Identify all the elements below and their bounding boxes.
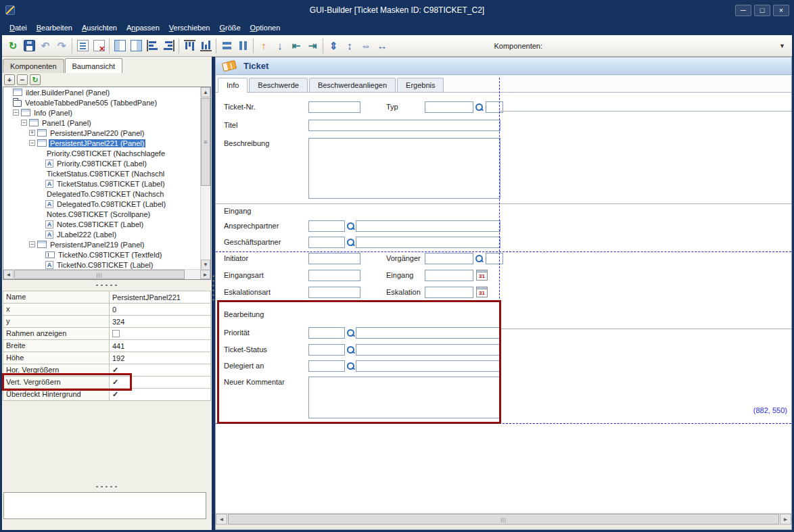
collapse-icon[interactable]: −	[21, 120, 27, 126]
scrollbar-thumb[interactable]: |||	[228, 514, 779, 525]
tree-item[interactable]: ilder.BuilderPanel (Panel)	[3, 87, 200, 97]
collapse-all-button[interactable]: −	[17, 74, 28, 85]
move-down-icon[interactable]: ↓	[272, 38, 288, 54]
align-bottom-edges-icon[interactable]	[197, 38, 214, 54]
collapse-icon[interactable]: −	[29, 140, 35, 146]
splitter-handle[interactable]	[95, 485, 119, 489]
eskalationsart-input[interactable]	[308, 287, 360, 298]
geschaeftspartner-name-input[interactable]	[356, 237, 500, 248]
eskalation-date-input[interactable]	[425, 287, 473, 298]
close-button[interactable]: ×	[773, 5, 789, 16]
scroll-down-icon[interactable]: ▼	[201, 260, 210, 270]
ticket-nr-input[interactable]	[308, 101, 360, 113]
tree-item[interactable]: Notes.C98TICKET (Scrollpane)	[3, 209, 200, 219]
tree-item[interactable]: −Info (Panel)	[3, 107, 200, 118]
komponenten-dropdown[interactable]: ▼	[542, 39, 789, 53]
move-up-icon[interactable]: ↑	[256, 38, 272, 54]
tree-item[interactable]: −Panel1 (Panel)	[3, 118, 200, 128]
lookup-icon[interactable]	[346, 222, 355, 231]
tree-item[interactable]: ATicketNo.C98TICKET (Label)	[3, 260, 200, 270]
undo-icon[interactable]: ↶	[37, 38, 53, 54]
tree-item[interactable]: TicketStatus.C98TICKET (Nachschl	[3, 168, 200, 178]
move-left-icon[interactable]: ⇤	[288, 38, 304, 54]
geschaeftspartner-id-input[interactable]	[308, 237, 345, 248]
collapse-icon[interactable]: −	[29, 241, 35, 247]
tree-item[interactable]: AJLabel222 (Label)	[3, 229, 200, 239]
lookup-icon[interactable]	[346, 238, 355, 247]
scrollbar-thumb[interactable]: ≡	[201, 98, 210, 186]
tree-item[interactable]: DelegatedTo.C98TICKET (Nachsch	[3, 189, 200, 199]
scrollbar-thumb[interactable]: |||	[14, 270, 185, 279]
form-tab-beschwerde[interactable]: Beschwerde	[249, 78, 308, 92]
form-tab-info[interactable]: Info	[218, 78, 248, 93]
align-right-edges-icon[interactable]	[160, 38, 177, 54]
initiator-input[interactable]	[308, 253, 360, 264]
tree-horizontal-scrollbar[interactable]: ◄ ||| ►	[3, 269, 210, 279]
tree-item[interactable]: −PersistentJPanel219 (Panel)	[3, 239, 200, 249]
designer-horizontal-scrollbar[interactable]: ◄ ||| ►	[216, 513, 791, 525]
grid-vertical-icon[interactable]	[235, 38, 251, 54]
titel-input[interactable]	[308, 120, 500, 131]
checkmark-icon[interactable]: ✓	[112, 391, 118, 398]
menu-item-verschieben[interactable]: Verschieben	[164, 22, 215, 34]
stretch-width-icon[interactable]: ↔	[374, 38, 390, 54]
save-icon[interactable]	[21, 38, 37, 54]
form-tab-ergebnis[interactable]: Ergebnis	[397, 78, 444, 92]
tree-item[interactable]: APriority.C98TICKET (Label)	[3, 158, 200, 168]
tree-item[interactable]: ATicketStatus.C98TICKET (Label)	[3, 178, 200, 189]
tree-item[interactable]: Priority.C98TICKET (Nachschlagefe	[3, 148, 200, 158]
menu-item-anpassen[interactable]: Anpassen	[122, 22, 164, 34]
tree-item[interactable]: TicketNo.C98TICKET (Textfeld)	[3, 249, 200, 260]
ansprechpartner-id-input[interactable]	[308, 220, 345, 232]
lookup-icon[interactable]	[475, 103, 484, 112]
move-right-icon[interactable]: ⇥	[304, 38, 321, 54]
expand-icon[interactable]: +	[29, 130, 35, 136]
calendar-icon[interactable]: 31	[476, 270, 488, 281]
tree-item[interactable]: +PersistentJPanel220 (Panel)	[3, 128, 200, 138]
tree-item[interactable]: −PersistentJPanel221 (Panel)	[3, 138, 200, 148]
typ-input[interactable]	[425, 101, 473, 113]
vorgaenger-extra-input[interactable]	[486, 253, 503, 264]
calendar-icon[interactable]: 31	[476, 287, 488, 297]
tree-item[interactable]: ANotes.C98TICKET (Label)	[3, 219, 200, 229]
menu-item-größe[interactable]: Größe	[214, 22, 245, 34]
vorgaenger-input[interactable]	[425, 253, 473, 264]
scroll-right-icon[interactable]: ►	[780, 514, 791, 525]
component-list-icon[interactable]	[74, 38, 91, 54]
scroll-up-icon[interactable]: ▲	[201, 87, 210, 97]
minimize-button[interactable]: ─	[735, 5, 751, 16]
maximize-button[interactable]: □	[754, 5, 770, 16]
scroll-right-icon[interactable]: ►	[200, 270, 210, 279]
refresh-tree-button[interactable]: ↻	[30, 74, 41, 85]
menu-item-bearbeiten[interactable]: Bearbeiten	[32, 22, 77, 34]
tree-item[interactable]: VetoableTabbedPane505 (TabbedPane)	[3, 97, 200, 107]
redo-icon[interactable]: ↷	[53, 38, 70, 54]
stretch-height-icon[interactable]: ↕	[342, 38, 358, 54]
panel-left-icon[interactable]	[112, 38, 128, 54]
refresh-icon[interactable]: ↻	[5, 38, 21, 54]
same-width-icon[interactable]: ⇔	[358, 38, 374, 54]
component-delete-icon[interactable]	[91, 38, 107, 54]
align-left-edges-icon[interactable]	[144, 38, 160, 54]
scroll-left-icon[interactable]: ◄	[3, 270, 14, 279]
lookup-icon[interactable]	[475, 254, 484, 263]
checkbox[interactable]	[112, 330, 120, 337]
same-height-icon[interactable]: ⇕	[325, 38, 342, 54]
tab-baumansicht[interactable]: Baumansicht	[65, 58, 123, 73]
tree-vertical-scrollbar[interactable]: ▲ ≡ ▼	[200, 87, 210, 270]
menu-item-datei[interactable]: Datei	[5, 22, 32, 34]
menu-item-ausrichten[interactable]: Ausrichten	[77, 22, 122, 34]
eingang-date-input[interactable]	[425, 270, 473, 281]
scroll-left-icon[interactable]: ◄	[216, 514, 227, 525]
tab-komponenten[interactable]: Komponenten	[3, 59, 64, 73]
panel-right-icon[interactable]	[128, 38, 144, 54]
splitter-handle[interactable]	[95, 283, 119, 287]
beschreibung-textarea[interactable]	[308, 138, 500, 199]
grid-horizontal-icon[interactable]	[218, 38, 235, 54]
form-tab-beschwerdeanliegen[interactable]: Beschwerdeanliegen	[309, 78, 396, 92]
tree-item[interactable]: ADelegatedTo.C98TICKET (Label)	[3, 199, 200, 209]
menu-item-optionen[interactable]: Optionen	[246, 22, 285, 34]
collapse-icon[interactable]: −	[13, 110, 19, 116]
expand-all-button[interactable]: +	[4, 74, 15, 85]
eingangsart-input[interactable]	[308, 270, 360, 281]
